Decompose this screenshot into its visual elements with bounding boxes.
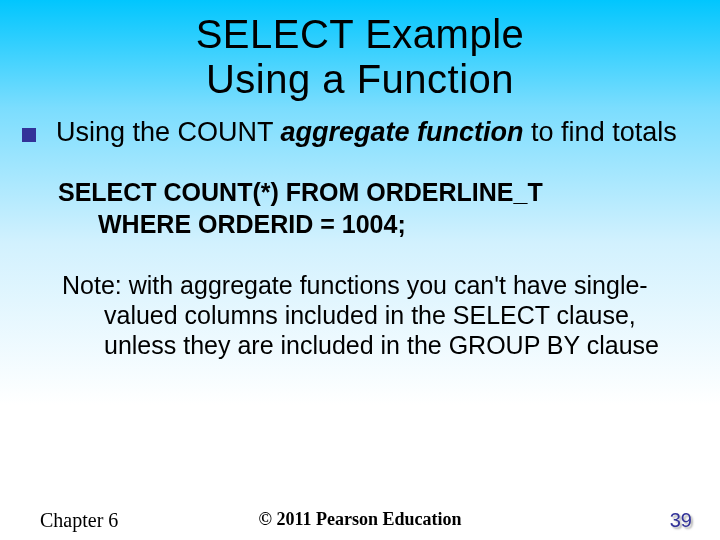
slide-footer: Chapter 6 © 2011 Pearson Education 39 xyxy=(0,509,720,532)
footer-page-number: 39 xyxy=(670,509,692,532)
title-line-1: SELECT Example xyxy=(196,12,525,56)
sql-code: SELECT COUNT(*) FROM ORDERLINE_T WHERE O… xyxy=(58,177,698,240)
bullet-text-emph: aggregate function xyxy=(281,117,524,147)
slide: SELECT Example Using a Function Using th… xyxy=(0,0,720,540)
bullet-text-pre: Using the COUNT xyxy=(56,117,281,147)
slide-title: SELECT Example Using a Function xyxy=(0,0,720,102)
title-line-2: Using a Function xyxy=(206,57,514,101)
slide-body: Using the COUNT aggregate function to fi… xyxy=(0,102,720,360)
footer-copyright: © 2011 Pearson Education xyxy=(259,509,462,530)
note-text: Note: with aggregate functions you can't… xyxy=(62,270,688,360)
bullet-text: Using the COUNT aggregate function to fi… xyxy=(56,116,677,150)
bullet-item: Using the COUNT aggregate function to fi… xyxy=(22,116,698,150)
sql-line-2: WHERE ORDERID = 1004; xyxy=(98,209,698,240)
bullet-text-post: to find totals xyxy=(524,117,677,147)
square-bullet-icon xyxy=(22,128,36,142)
sql-line-1: SELECT COUNT(*) FROM ORDERLINE_T xyxy=(58,177,698,208)
footer-chapter: Chapter 6 xyxy=(40,509,118,532)
